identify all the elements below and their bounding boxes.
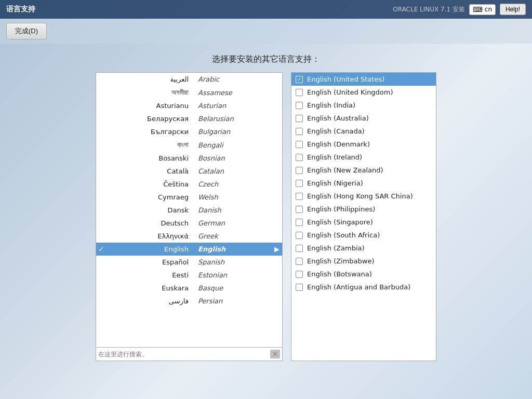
language-item[interactable]: অসমীয়াAssamese	[96, 86, 282, 99]
sublanguage-item[interactable]: English (Denmark)	[291, 138, 436, 151]
done-button[interactable]: 完成(D)	[6, 23, 47, 39]
language-check-icon: ✓	[96, 245, 107, 253]
language-item[interactable]: EuskaraBasque	[96, 282, 282, 295]
page-heading: 选择要安装的其它语言支持：	[0, 54, 532, 65]
language-item[interactable]: DanskDanish	[96, 204, 282, 217]
sublanguage-list-panel: English (United States)English (United K…	[291, 72, 436, 361]
language-english-name: Assamese	[195, 89, 272, 97]
language-item[interactable]: ČeštinaCzech	[96, 178, 282, 191]
sublanguage-item[interactable]: English (Zimbabwe)	[291, 255, 436, 268]
sublanguage-label: English (Nigeria)	[307, 179, 363, 187]
language-arrow-icon: ▶	[272, 245, 282, 253]
sublanguage-item[interactable]: English (Ireland)	[291, 151, 436, 164]
language-item[interactable]: বাংলাBengali	[96, 138, 282, 152]
language-english-name: Basque	[195, 284, 272, 292]
sublanguage-item[interactable]: English (Canada)	[291, 125, 436, 138]
language-item[interactable]: БеларускаяBelarusian	[96, 112, 282, 125]
language-item[interactable]: العربيةArabic	[96, 73, 282, 86]
sublanguage-item[interactable]: English (Nigeria)	[291, 177, 436, 190]
language-native-name: فارسی	[107, 297, 195, 305]
sublanguage-checkbox[interactable]	[296, 271, 303, 278]
search-clear-button[interactable]: ✕	[270, 350, 280, 358]
language-item[interactable]: CymraegWelsh	[96, 191, 282, 204]
main-content: العربيةArabicঅসমীয়াAssameseAsturianuAst…	[0, 72, 532, 361]
sublanguage-checkbox[interactable]	[296, 258, 303, 265]
sublanguage-checkbox[interactable]	[296, 245, 303, 252]
sublanguage-checkbox[interactable]	[296, 167, 303, 174]
sublanguage-label: English (India)	[307, 101, 355, 109]
language-english-name: Danish	[195, 206, 272, 214]
language-native-name: Български	[107, 128, 195, 136]
sublanguage-item[interactable]: English (South Africa)	[291, 229, 436, 242]
sublanguage-label: English (Australia)	[307, 114, 369, 122]
language-item[interactable]: CatalàCatalan	[96, 165, 282, 178]
language-item[interactable]: AsturianuAsturian	[96, 99, 282, 112]
toolbar: 完成(D)	[0, 19, 532, 44]
sublanguage-item[interactable]: English (India)	[291, 99, 436, 112]
language-native-name: Cymraeg	[107, 193, 195, 201]
language-english-name: English	[195, 245, 272, 253]
sublanguage-checkbox[interactable]	[296, 89, 303, 96]
sublanguage-label: English (Ireland)	[307, 153, 362, 161]
keyboard-layout: cn	[485, 6, 492, 13]
search-input[interactable]	[98, 351, 268, 358]
keyboard-input[interactable]: ⌨ cn	[469, 4, 496, 15]
language-english-name: Greek	[195, 232, 272, 240]
sublanguage-item[interactable]: English (New Zealand)	[291, 164, 436, 177]
sublanguage-item[interactable]: English (Singapore)	[291, 216, 436, 229]
language-list: العربيةArabicঅসমীয়াAssameseAsturianuAst…	[96, 73, 282, 347]
sublanguage-label: English (Zimbabwe)	[307, 257, 375, 265]
oracle-title: ORACLE LINUX 7.1 安装	[393, 5, 465, 14]
sublanguage-checkbox[interactable]	[296, 206, 303, 213]
language-english-name: Belarusian	[195, 115, 272, 123]
sublanguage-checkbox[interactable]	[296, 115, 303, 122]
language-item[interactable]: ΕλληνικάGreek	[96, 230, 282, 243]
sublanguage-label: English (South Africa)	[307, 231, 380, 239]
sublanguage-label: English (United Kingdom)	[307, 88, 393, 96]
language-item[interactable]: ✓EnglishEnglish▶	[96, 243, 282, 256]
language-item[interactable]: БългарскиBulgarian	[96, 125, 282, 138]
language-native-name: Euskara	[107, 284, 195, 292]
sublanguage-checkbox[interactable]	[296, 232, 303, 239]
app-title: 语言支持	[6, 5, 35, 14]
sublanguage-checkbox[interactable]	[296, 128, 303, 135]
sublanguage-label: English (Canada)	[307, 127, 365, 135]
sublanguage-item[interactable]: English (Hong Kong SAR China)	[291, 190, 436, 203]
language-english-name: German	[195, 219, 272, 227]
language-native-name: Deutsch	[107, 219, 195, 227]
sublanguage-checkbox[interactable]	[296, 154, 303, 161]
language-native-name: Asturianu	[107, 102, 195, 110]
language-english-name: Catalan	[195, 167, 272, 175]
language-native-name: Čeština	[107, 180, 195, 188]
sublanguage-item[interactable]: English (United States)	[291, 73, 436, 86]
sublanguage-item[interactable]: English (Australia)	[291, 112, 436, 125]
sublanguage-checkbox[interactable]	[296, 219, 303, 226]
language-english-name: Bengali	[195, 141, 272, 149]
help-button[interactable]: Help!	[500, 4, 526, 15]
sublanguage-item[interactable]: English (Philippines)	[291, 203, 436, 216]
sublanguage-item[interactable]: English (Botswana)	[291, 268, 436, 281]
language-native-name: Español	[107, 258, 195, 266]
keyboard-icon: ⌨	[473, 6, 483, 14]
language-native-name: বাংলা	[107, 141, 195, 149]
sublanguage-checkbox[interactable]	[296, 141, 303, 148]
language-item[interactable]: DeutschGerman	[96, 217, 282, 230]
sublanguage-item[interactable]: English (United Kingdom)	[291, 86, 436, 99]
language-item[interactable]: EspañolSpanish	[96, 256, 282, 269]
language-item[interactable]: EestiEstonian	[96, 269, 282, 282]
sublanguage-item[interactable]: English (Antigua and Barbuda)	[291, 281, 436, 294]
sublanguage-label: English (New Zealand)	[307, 166, 383, 174]
top-bar-right: ORACLE LINUX 7.1 安装 ⌨ cn Help!	[393, 4, 526, 15]
language-english-name: Bulgarian	[195, 128, 272, 136]
language-native-name: Bosanski	[107, 154, 195, 162]
sublanguage-checkbox[interactable]	[296, 193, 303, 200]
language-english-name: Czech	[195, 180, 272, 188]
sublanguage-checkbox[interactable]	[296, 76, 303, 83]
sublanguage-checkbox[interactable]	[296, 102, 303, 109]
sublanguage-label: English (Philippines)	[307, 205, 375, 213]
sublanguage-item[interactable]: English (Zambia)	[291, 242, 436, 255]
sublanguage-checkbox[interactable]	[296, 180, 303, 187]
language-item[interactable]: فارسیPersian	[96, 295, 282, 308]
sublanguage-checkbox[interactable]	[296, 284, 303, 291]
language-item[interactable]: BosanskiBosnian	[96, 152, 282, 165]
